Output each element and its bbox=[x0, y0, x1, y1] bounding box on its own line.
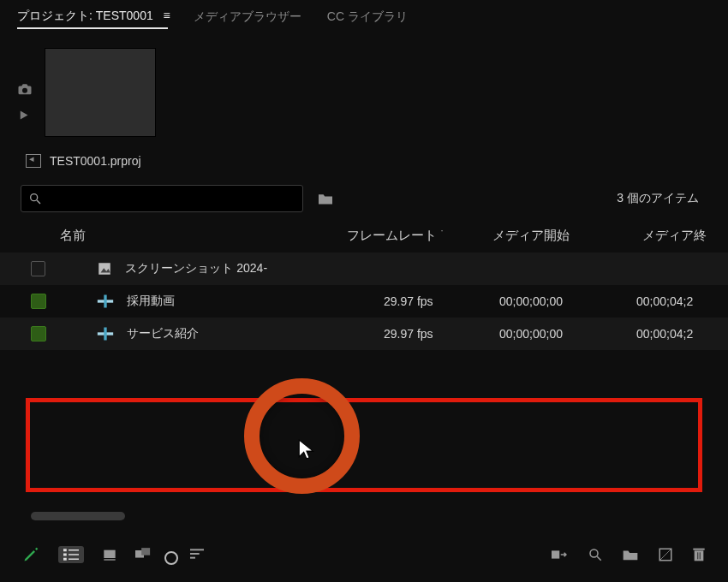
svg-rect-27 bbox=[697, 552, 698, 559]
project-file-name: TEST0001.prproj bbox=[50, 154, 141, 168]
sort-icon[interactable] bbox=[190, 549, 204, 561]
item-fps: 29.97 fps bbox=[384, 294, 499, 308]
camera-icon[interactable] bbox=[17, 82, 33, 95]
sequence-item-icon bbox=[96, 327, 115, 341]
panel-menu-icon[interactable]: ≡ bbox=[164, 9, 168, 22]
svg-line-23 bbox=[597, 556, 601, 561]
svg-rect-13 bbox=[69, 559, 79, 561]
table-row[interactable]: スクリーンショット 2024- bbox=[0, 252, 728, 285]
col-header-framerate[interactable]: フレームレート ˙ bbox=[347, 228, 492, 244]
panel-tabs: プロジェクト: TEST0001 ≡ メディアブラウザー CC ライブラリ bbox=[0, 0, 728, 33]
item-start: 00;00;00;00 bbox=[499, 327, 636, 341]
svg-rect-8 bbox=[63, 549, 67, 551]
tab-media-browser[interactable]: メディアブラウザー bbox=[194, 9, 301, 28]
table-header: 名前 フレームレート ˙ メディア開始 メディア終 bbox=[0, 223, 728, 252]
item-name: サービス紹介 bbox=[127, 326, 384, 341]
pencil-icon[interactable] bbox=[22, 546, 39, 563]
new-bin-icon[interactable] bbox=[622, 549, 639, 561]
search-icon bbox=[28, 192, 42, 205]
list-view-icon[interactable] bbox=[58, 546, 84, 563]
svg-rect-10 bbox=[63, 554, 67, 556]
svg-rect-21 bbox=[552, 550, 559, 558]
item-fps: 29.97 fps bbox=[384, 327, 499, 341]
svg-rect-17 bbox=[141, 548, 150, 555]
table-row[interactable]: サービス紹介 29.97 fps 00;00;00;00 00;00;04;2 bbox=[0, 318, 728, 350]
project-file-row: TEST0001.prproj bbox=[0, 142, 728, 176]
search-input[interactable] bbox=[21, 185, 303, 212]
svg-point-0 bbox=[31, 194, 38, 201]
col-header-media-start[interactable]: メディア開始 bbox=[492, 228, 642, 244]
cursor-icon bbox=[298, 439, 317, 461]
sequence-item-icon bbox=[96, 294, 115, 308]
svg-rect-25 bbox=[695, 550, 704, 561]
col-header-media-end[interactable]: メディア終 bbox=[642, 228, 719, 244]
svg-rect-26 bbox=[693, 549, 704, 550]
image-item-icon bbox=[95, 261, 113, 276]
svg-rect-7 bbox=[104, 328, 106, 341]
annotation-highlight-box bbox=[26, 398, 702, 492]
svg-rect-2 bbox=[98, 263, 110, 275]
svg-rect-20 bbox=[190, 557, 195, 559]
annotation-highlight-ring bbox=[244, 378, 360, 494]
automate-to-sequence-icon[interactable] bbox=[552, 548, 569, 561]
label-chip[interactable] bbox=[31, 326, 46, 341]
svg-point-22 bbox=[590, 549, 598, 557]
svg-line-1 bbox=[37, 200, 40, 204]
project-thumbnail[interactable] bbox=[45, 48, 156, 137]
preview-area bbox=[0, 33, 728, 142]
svg-rect-9 bbox=[69, 549, 79, 551]
item-start: 00;00;00;00 bbox=[499, 294, 636, 308]
new-search-bin-icon[interactable] bbox=[317, 192, 334, 205]
svg-rect-18 bbox=[190, 549, 204, 550]
label-chip[interactable] bbox=[31, 294, 46, 309]
search-field[interactable] bbox=[47, 193, 295, 205]
play-icon[interactable] bbox=[17, 109, 33, 122]
label-chip[interactable] bbox=[31, 261, 45, 276]
svg-rect-15 bbox=[104, 559, 115, 560]
svg-rect-14 bbox=[104, 550, 115, 558]
icon-view-icon[interactable] bbox=[103, 549, 116, 561]
item-name: 採用動画 bbox=[127, 294, 384, 309]
item-name: スクリーンショット 2024- bbox=[125, 261, 371, 276]
svg-rect-12 bbox=[63, 558, 67, 561]
find-icon[interactable] bbox=[588, 547, 603, 562]
horizontal-scrollbar[interactable] bbox=[31, 512, 125, 520]
tab-cc-libraries[interactable]: CC ライブラリ bbox=[327, 9, 408, 28]
project-items: スクリーンショット 2024- 採用動画 29.97 fps 00;00;00;… bbox=[0, 252, 728, 350]
project-file-icon bbox=[26, 154, 41, 168]
tab-project[interactable]: プロジェクト: TEST0001 ≡ bbox=[17, 9, 168, 29]
footer-toolbar bbox=[0, 546, 728, 563]
svg-rect-5 bbox=[104, 295, 106, 308]
freeform-view-icon[interactable] bbox=[135, 548, 152, 561]
svg-rect-28 bbox=[700, 552, 701, 559]
search-row: 3 個のアイテム bbox=[0, 176, 728, 223]
item-end: 00;00;04;2 bbox=[636, 327, 713, 341]
col-header-name[interactable]: 名前 bbox=[60, 228, 347, 244]
table-row[interactable]: 採用動画 29.97 fps 00;00;00;00 00;00;04;2 bbox=[0, 285, 728, 318]
tab-project-label: プロジェクト: TEST0001 bbox=[17, 9, 153, 22]
new-item-icon[interactable] bbox=[658, 547, 673, 562]
svg-rect-19 bbox=[190, 553, 200, 555]
item-count: 3 個のアイテム bbox=[617, 191, 707, 206]
item-end: 00;00;04;2 bbox=[636, 294, 713, 308]
svg-rect-11 bbox=[69, 554, 79, 555]
trash-icon[interactable] bbox=[692, 547, 706, 562]
